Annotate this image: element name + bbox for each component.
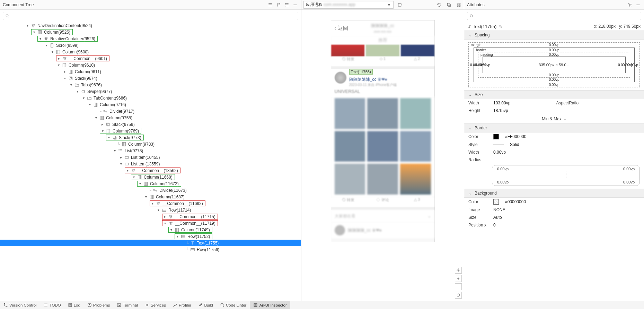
caret-icon[interactable]: ▾ [75, 89, 80, 94]
tree-row[interactable]: ▾Row(11752) [0, 233, 301, 240]
section-border[interactable]: ⌄ Border [464, 123, 644, 132]
tree-row[interactable]: ▾Tabs(9676) [0, 81, 301, 88]
caret-icon[interactable]: ▾ [143, 195, 148, 199]
bg-color[interactable]: #00000000 [505, 199, 526, 204]
process-picker[interactable]: 应用进程 com.xxxxxxx.app ▼ [303, 1, 394, 9]
tree-row[interactable]: ▾Column(11668) [0, 174, 301, 180]
tree-row[interactable]: ▾Column(11687) [0, 194, 301, 200]
caret-icon[interactable]: ▾ [94, 115, 98, 120]
caret-icon[interactable]: ▾ [62, 76, 67, 81]
tree-row[interactable]: ▸ListItem(10455) [0, 154, 301, 161]
attr-height[interactable]: 18.15vp [493, 108, 508, 113]
tree-row[interactable]: ▾TabContent(9686) [0, 95, 301, 101]
tree-row[interactable]: ▾List(9778) [0, 147, 301, 154]
tree-row[interactable]: └Divider(9717) [0, 108, 301, 114]
border-color[interactable]: #FF000000 [505, 134, 526, 139]
tree-row[interactable]: ▾Stack(9773) [0, 134, 301, 141]
collapse-all-icon[interactable] [275, 2, 282, 8]
caret-icon[interactable]: ▸ [56, 56, 61, 61]
caret-icon[interactable]: ▾ [175, 234, 180, 239]
toolbar-problems[interactable]: Problems [84, 301, 114, 309]
zoom-out-icon[interactable]: － [455, 283, 462, 290]
caret-icon[interactable] [143, 188, 148, 193]
refresh-icon[interactable] [436, 2, 442, 8]
caret-icon[interactable]: ▾ [138, 181, 142, 186]
border-width[interactable]: 0.00vp [493, 150, 506, 155]
section-background[interactable]: ⌄ Background [464, 189, 644, 198]
section-size[interactable]: ⌄ Size [464, 90, 644, 99]
expand-all-icon[interactable] [267, 2, 273, 8]
toolbar-services[interactable]: Services [141, 301, 169, 309]
tree-row[interactable]: ▸__Common__(11715) [0, 213, 301, 220]
caret-icon[interactable]: ▾ [56, 63, 61, 68]
caret-icon[interactable]: ▾ [169, 228, 174, 232]
tree-row[interactable]: ▾__Common__(13562) [0, 167, 301, 174]
toolbar-terminal[interactable]: Terminal [113, 301, 141, 309]
tree-row[interactable]: ▾__Common__(11719) [0, 220, 301, 226]
tree-row[interactable]: ▾Column(11749) [0, 226, 301, 233]
caret-icon[interactable]: ▾ [125, 168, 130, 173]
tree-row[interactable]: ▾Column(9758) [0, 114, 301, 121]
zoom-in-icon[interactable]: ＋ [455, 275, 462, 282]
caret-icon[interactable] [112, 142, 117, 147]
tree-row[interactable]: ▾__Common__(11692) [0, 200, 301, 207]
bg-color-swatch[interactable] [493, 199, 499, 205]
caret-icon[interactable]: ▾ [50, 50, 55, 54]
tree-row[interactable]: ▾Column(9610) [0, 62, 301, 68]
caret-icon[interactable]: ▾ [131, 175, 136, 180]
toolbar-profiler[interactable]: Profiler [169, 301, 195, 309]
caret-icon[interactable]: ▾ [38, 36, 43, 41]
caret-icon[interactable]: ▸ [118, 155, 123, 160]
caret-icon[interactable]: ▾ [100, 129, 105, 134]
minimize-icon[interactable] [292, 2, 298, 8]
caret-icon[interactable] [181, 247, 186, 252]
caret-icon[interactable]: ▾ [106, 135, 111, 140]
caret-icon[interactable] [94, 109, 98, 114]
tree-row[interactable]: ▸Column(9611) [0, 68, 301, 75]
tree-row[interactable]: ▾Column(9525) [0, 29, 301, 35]
grid-icon[interactable] [456, 2, 462, 8]
fit-icon[interactable] [455, 292, 462, 299]
caret-icon[interactable]: ▾ [150, 201, 155, 206]
caret-icon[interactable]: ▾ [162, 221, 167, 226]
bg-posx[interactable]: 0 [493, 223, 496, 228]
enter-icon[interactable] [397, 2, 403, 8]
tree-row[interactable]: ▸__Common__(9601) [0, 55, 301, 62]
attr-search-input[interactable] [467, 12, 641, 20]
tree-row[interactable]: ▾RelativeContainer(9526) [0, 35, 301, 42]
caret-icon[interactable]: ▾ [112, 148, 117, 153]
tree-row[interactable]: ▾Stack(9674) [0, 75, 301, 81]
export-icon[interactable] [446, 2, 452, 8]
gear-icon[interactable] [627, 2, 633, 8]
caret-icon[interactable] [181, 241, 186, 246]
tree-row[interactable]: ▾Column(9716) [0, 101, 301, 108]
toolbar-todo[interactable]: TODO [40, 301, 64, 309]
tree-search-input[interactable] [3, 12, 298, 20]
border-color-swatch[interactable] [493, 134, 499, 139]
tree-row[interactable]: ▸Stack(9759) [0, 121, 301, 128]
bg-size[interactable]: Auto [493, 215, 502, 220]
attr-width[interactable]: 103.00vp [493, 101, 510, 105]
caret-icon[interactable]: ▾ [44, 43, 48, 48]
bg-image[interactable]: NONE [493, 207, 505, 212]
tree-row[interactable]: └Row(11756) [0, 246, 301, 253]
tree-row[interactable]: ▾ListItem(13559) [0, 161, 301, 167]
caret-icon[interactable]: ▾ [32, 30, 36, 35]
list-view-icon[interactable] [284, 2, 290, 8]
caret-icon[interactable]: ▾ [87, 102, 92, 107]
tree-row[interactable]: └Column(9783) [0, 141, 301, 147]
caret-icon[interactable]: ▸ [100, 122, 105, 127]
caret-icon[interactable]: ▾ [69, 83, 73, 87]
tree-row[interactable]: └Divider(11673) [0, 187, 301, 194]
tree-row[interactable]: ▾Column(11672) [0, 180, 301, 187]
minimize-icon[interactable] [635, 2, 641, 8]
tree-row[interactable]: ▾Column(9600) [0, 49, 301, 55]
toolbar-log[interactable]: Log [64, 301, 84, 309]
tree-row[interactable]: ▾NavDestinationContent(9524) [0, 22, 301, 29]
tree-row[interactable]: ▾Scroll(9599) [0, 42, 301, 49]
caret-icon[interactable]: ▾ [25, 23, 30, 28]
tree-row[interactable]: ▾Column(9769) [0, 128, 301, 134]
caret-icon[interactable]: ▸ [62, 69, 67, 74]
caret-icon[interactable]: ▾ [81, 96, 86, 101]
component-tree[interactable]: ▾NavDestinationContent(9524)▾Column(9525… [0, 22, 301, 301]
